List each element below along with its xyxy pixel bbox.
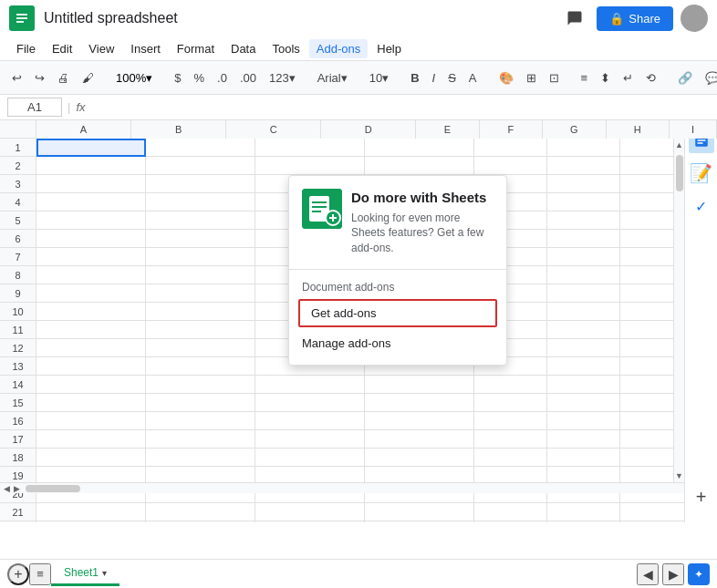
cell-a2[interactable] xyxy=(36,157,146,175)
currency-button[interactable]: $ xyxy=(170,68,185,88)
row-5[interactable]: 5 xyxy=(0,211,36,230)
bottom-bar: + ≡ Sheet1 ▾ ◀ ▶ ✦ xyxy=(0,559,717,588)
row-9[interactable]: 9 xyxy=(0,284,36,303)
cell-e1[interactable] xyxy=(474,139,547,157)
row-11[interactable]: 11 xyxy=(0,321,36,339)
decimal-dec-button[interactable]: .0 xyxy=(213,68,232,88)
row-21[interactable]: 21 xyxy=(0,503,36,521)
col-header-h[interactable]: H xyxy=(607,120,670,139)
cell-f1[interactable] xyxy=(547,139,620,157)
undo-button[interactable]: ↩ xyxy=(7,68,26,88)
column-headers: A B C D E F G H I xyxy=(0,120,717,139)
text-color-button[interactable]: A xyxy=(464,68,482,88)
bold-button[interactable]: B xyxy=(406,68,423,88)
row-4[interactable]: 4 xyxy=(0,193,36,211)
nav-right-button[interactable]: ▶ xyxy=(662,563,684,585)
row-10[interactable]: 10 xyxy=(0,303,36,321)
row-15[interactable]: 15 xyxy=(0,394,36,412)
borders-button[interactable]: ⊞ xyxy=(522,68,541,88)
cell-a1[interactable] xyxy=(36,139,146,157)
sheets-logo xyxy=(9,5,35,31)
col-header-b[interactable]: B xyxy=(131,120,226,139)
comment-button[interactable] xyxy=(560,4,589,33)
strikethrough-button[interactable]: S xyxy=(443,68,461,88)
number-format-button[interactable]: 123▾ xyxy=(265,68,300,88)
decimal-inc-button[interactable]: .00 xyxy=(235,68,261,88)
cell-reference-input[interactable] xyxy=(7,98,62,117)
row-16[interactable]: 16 xyxy=(0,412,36,430)
menu-format[interactable]: Format xyxy=(170,39,222,58)
menu-help[interactable]: Help xyxy=(369,39,409,58)
col-header-d[interactable]: D xyxy=(321,120,416,139)
col-header-a[interactable]: A xyxy=(36,120,131,139)
paint-format-button[interactable]: 🖌 xyxy=(78,68,99,88)
wrap-button[interactable]: ↵ xyxy=(618,68,638,88)
table-row xyxy=(36,430,717,449)
row-2[interactable]: 2 xyxy=(0,157,36,175)
toolbar: ↩ ↪ 🖨 🖌 100% ▾ $ % .0 .00 123▾ Arial▾ 10… xyxy=(0,60,717,95)
cell-c1[interactable] xyxy=(255,139,365,157)
svg-rect-10 xyxy=(312,201,327,203)
row-17[interactable]: 17 xyxy=(0,430,36,449)
add-panel-icon[interactable]: + xyxy=(691,486,712,515)
menu-data[interactable]: Data xyxy=(223,39,263,58)
row-22[interactable]: 22 xyxy=(0,521,36,522)
redo-button[interactable]: ↪ xyxy=(30,68,49,88)
row-12[interactable]: 12 xyxy=(0,339,36,357)
formula-input[interactable] xyxy=(91,100,710,114)
menu-file[interactable]: File xyxy=(9,39,43,58)
menu-tools[interactable]: Tools xyxy=(265,39,307,58)
align-left-button[interactable]: ≡ xyxy=(577,68,593,88)
cell-d1[interactable] xyxy=(365,139,474,157)
col-header-c[interactable]: C xyxy=(226,120,321,139)
col-header-g[interactable]: G xyxy=(543,120,606,139)
menu-insert[interactable]: Insert xyxy=(123,39,168,58)
popup-logo xyxy=(302,189,342,229)
cell-b1[interactable] xyxy=(146,139,255,157)
scroll-right-button[interactable]: ▶ xyxy=(12,482,22,495)
valign-button[interactable]: ⬍ xyxy=(596,68,615,88)
row-8[interactable]: 8 xyxy=(0,266,36,284)
row-14[interactable]: 14 xyxy=(0,376,36,394)
rotate-button[interactable]: ⟲ xyxy=(641,68,660,88)
row-13[interactable]: 13 xyxy=(0,357,36,376)
popup-section-label: Document add-ons xyxy=(289,273,506,297)
font-button[interactable]: Arial▾ xyxy=(313,68,352,88)
row-6[interactable]: 6 xyxy=(0,230,36,248)
get-addons-button[interactable]: Get add-ons xyxy=(298,299,497,327)
fill-color-button[interactable]: 🎨 xyxy=(494,68,518,88)
horizontal-scrollbar[interactable]: ◀ ▶ xyxy=(0,482,684,493)
col-header-i[interactable]: I xyxy=(670,120,717,139)
vertical-scrollbar[interactable]: ▲ ▼ xyxy=(673,139,684,482)
row-3[interactable]: 3 xyxy=(0,175,36,193)
font-size-button[interactable]: 10▾ xyxy=(365,68,393,88)
comment-add-button[interactable]: 💬 xyxy=(701,68,717,88)
scroll-left-button[interactable]: ◀ xyxy=(2,482,12,495)
tasks-panel-icon[interactable]: ✓ xyxy=(689,193,714,219)
sheet-tab-sheet1[interactable]: Sheet1 ▾ xyxy=(51,562,120,586)
italic-button[interactable]: I xyxy=(428,68,441,88)
percent-button[interactable]: % xyxy=(189,68,209,88)
menu-addons[interactable]: Add-ons xyxy=(309,39,368,58)
col-header-f[interactable]: F xyxy=(480,120,543,139)
row-7[interactable]: 7 xyxy=(0,248,36,266)
vertical-scrollbar-thumb[interactable] xyxy=(676,155,683,191)
lock-icon: 🔒 xyxy=(609,12,624,26)
nav-left-button[interactable]: ◀ xyxy=(637,563,659,585)
row-1[interactable]: 1 xyxy=(0,139,36,157)
add-sheet-button[interactable]: + xyxy=(7,563,29,585)
manage-addons-button[interactable]: Manage add-ons xyxy=(289,329,506,357)
link-button[interactable]: 🔗 xyxy=(673,68,697,88)
row-18[interactable]: 18 xyxy=(0,449,36,467)
print-button[interactable]: 🖨 xyxy=(53,68,74,88)
col-header-e[interactable]: E xyxy=(416,120,479,139)
horizontal-scrollbar-thumb[interactable] xyxy=(26,485,80,492)
notes-panel-icon[interactable]: 📝 xyxy=(689,160,714,186)
explore-button[interactable]: ✦ xyxy=(688,563,710,585)
sheet-menu-button[interactable]: ≡ xyxy=(29,563,51,585)
zoom-button[interactable]: 100% ▾ xyxy=(111,69,157,87)
merge-cells-button[interactable]: ⊡ xyxy=(545,68,564,88)
menu-edit[interactable]: Edit xyxy=(45,39,79,58)
share-button[interactable]: 🔒 Share xyxy=(597,6,673,31)
menu-view[interactable]: View xyxy=(81,39,121,58)
